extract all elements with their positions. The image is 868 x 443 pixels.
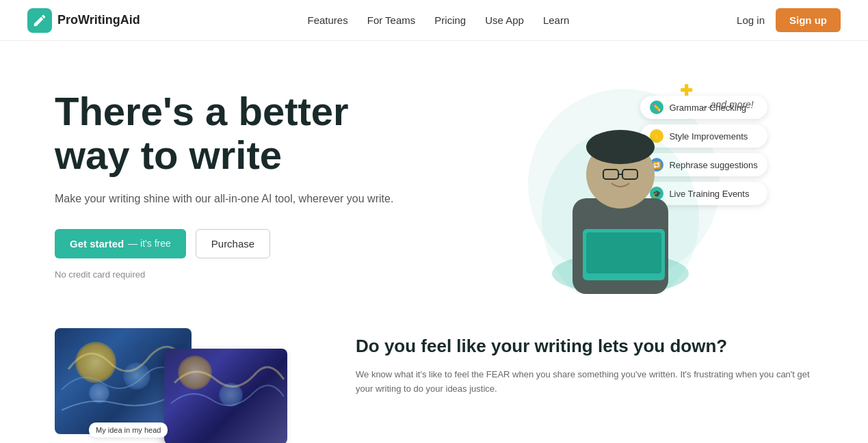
brand-name: ProWritingAid bbox=[57, 13, 140, 27]
get-started-button[interactable]: Get started — it's free bbox=[55, 229, 186, 258]
hero-section: There's a better way to write Make your … bbox=[0, 41, 868, 314]
nav-pricing[interactable]: Pricing bbox=[434, 14, 466, 26]
section2-title: Do you feel like your writing lets you d… bbox=[356, 335, 813, 358]
signup-button[interactable]: Sign up bbox=[776, 8, 841, 32]
hero-right: ...and more! ✏️ Grammar Checking ⚡ Style… bbox=[434, 68, 814, 301]
section2-images: My idea in my head bbox=[55, 328, 301, 443]
hero-subtitle: Make your writing shine with our all-in-… bbox=[55, 191, 434, 207]
nav-for-teams[interactable]: For Teams bbox=[367, 14, 416, 26]
hero-cta: Get started — it's free Purchase bbox=[55, 229, 434, 258]
thought-bubble: My idea in my head bbox=[89, 422, 168, 438]
nav-actions: Log in Sign up bbox=[737, 8, 841, 32]
hero-person-svg bbox=[542, 82, 699, 294]
purchase-button[interactable]: Purchase bbox=[196, 229, 270, 258]
artwork-images: My idea in my head bbox=[55, 328, 287, 443]
nav-learn[interactable]: Learn bbox=[543, 14, 569, 26]
svg-point-9 bbox=[542, 130, 699, 294]
image-front bbox=[164, 349, 287, 443]
plus-decoration: ✚ bbox=[680, 82, 692, 100]
hero-illustration: ...and more! ✏️ Grammar Checking ⚡ Style… bbox=[501, 75, 747, 294]
nav-use-app[interactable]: Use App bbox=[485, 14, 524, 26]
navbar: ProWritingAid Features For Teams Pricing… bbox=[0, 0, 868, 41]
brand-icon bbox=[27, 8, 52, 33]
nav-links: Features For Teams Pricing Use App Learn bbox=[308, 14, 570, 26]
section2-right: Do you feel like your writing lets you d… bbox=[356, 328, 813, 396]
and-more-text: ...and more! bbox=[702, 99, 754, 110]
section2-body: We know what it's like to feel the FEAR … bbox=[356, 368, 813, 397]
hero-title: There's a better way to write bbox=[55, 90, 434, 177]
no-credit-card-text: No credit card required bbox=[55, 269, 434, 280]
brand-logo[interactable]: ProWritingAid bbox=[27, 8, 140, 33]
section2: My idea in my head Do you feel like your… bbox=[0, 314, 868, 443]
hero-left: There's a better way to write Make your … bbox=[55, 90, 434, 280]
nav-features[interactable]: Features bbox=[308, 14, 348, 26]
login-button[interactable]: Log in bbox=[737, 14, 765, 26]
